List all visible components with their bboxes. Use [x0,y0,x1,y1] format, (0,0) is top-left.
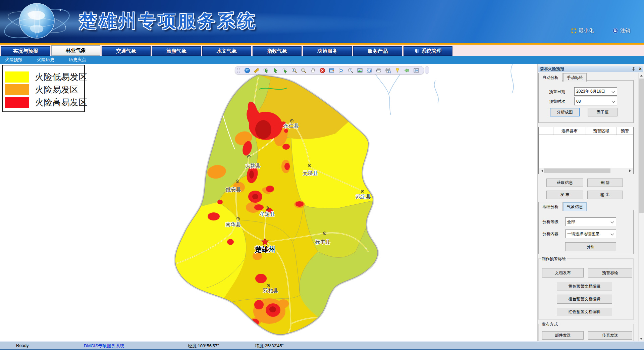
refresh-icon[interactable] [337,67,345,74]
toolbar-grip[interactable] [237,68,240,73]
county-label-元谋县: 元谋县 [303,170,318,176]
warn-plot-button[interactable]: 预警标绘 [588,268,632,278]
tab-系统管理[interactable]: 系统管理 [404,46,452,56]
publish-mode-label: 发布方式 [541,321,559,327]
submenu-item-火险预报[interactable]: 火险预报 [5,57,22,63]
zoom-in-icon[interactable] [290,67,298,74]
status-system-link[interactable]: DMGIS专项服务系统 [84,343,124,349]
table-body[interactable] [539,135,633,168]
logout-label: 注销 [620,28,630,34]
print-preview-icon[interactable] [384,67,392,74]
logout-button[interactable]: 注销 [612,28,630,34]
shield-icon [415,48,420,54]
scroll-right-arrow[interactable] [628,168,633,173]
county-label-姚安县: 姚安县 [226,187,241,192]
panel-vscrollbar[interactable] [638,73,644,341]
scroll-left-arrow[interactable] [539,168,544,173]
stop-icon[interactable] [318,67,326,74]
bulb-icon[interactable] [393,67,401,74]
yellow-doc-button[interactable]: 黄色预警文档编辑 [557,282,612,291]
pin-icon[interactable] [632,67,636,71]
county-label-大姚县: 大姚县 [246,163,261,168]
table-header-select[interactable] [539,127,553,135]
measure-icon[interactable] [253,67,261,74]
analyze-map-button[interactable]: 分析成图 [550,108,580,116]
vscroll-thumb[interactable] [639,79,644,213]
analysis-level-select[interactable]: 全部 [565,217,616,226]
select-circle-icon[interactable] [262,67,270,74]
pan-icon[interactable] [309,67,317,74]
select-arrow-icon[interactable] [271,67,279,74]
table-hscrollbar[interactable] [539,168,633,174]
select-lasso-icon[interactable] [281,67,289,74]
warning-table: 选择县市预警区域预警 [538,127,634,174]
analysis-content-select[interactable]: 一请选择地理图层- [565,230,616,238]
tab-weather-info[interactable]: 气象信息 [563,202,587,211]
warn-time-select[interactable]: 08 [574,97,617,105]
publish-button[interactable]: 发 布 [546,191,583,199]
toolbar-overflow-handle[interactable] [425,66,429,74]
auto-analysis-group: 预警日期 2023年 6月16日 预警时次 08 分析成图 因子值 [538,80,634,123]
table-header-预警区域[interactable]: 预警区域 [586,127,617,135]
scroll-up-arrow[interactable] [639,73,644,78]
globe-logo-icon [3,0,75,43]
table-header-预警[interactable]: 预警 [617,127,633,135]
tab-决策服务[interactable]: 决策服务 [303,46,352,56]
export-button[interactable]: 输 出 [587,191,623,199]
chevron-down-icon [611,232,614,236]
submenu-item-火险历史[interactable]: 火险历史 [37,57,54,63]
scroll-down-arrow[interactable] [639,336,644,341]
table-header-row: 选择县市预警区域预警 [539,127,633,135]
orange-doc-button[interactable]: 橙色预警文档编辑 [557,295,612,304]
analyze-button[interactable]: 分析 [565,242,616,251]
zoom-out-icon[interactable] [300,67,308,74]
minimize-button[interactable]: 最小化 [571,28,594,34]
image-icon[interactable] [356,67,364,74]
submenu-item-历史火点[interactable]: 历史火点 [69,57,86,63]
window-extent-icon[interactable] [328,67,336,74]
warn-date-select[interactable]: 2023年 6月16日 [574,87,617,96]
factor-value-button[interactable]: 因子值 [588,108,618,116]
tab-实况与预报[interactable]: 实况与预报 [1,46,50,56]
analysis-level-value: 全部 [567,219,575,225]
snapshot-icon[interactable] [365,67,373,74]
delete-button[interactable]: 删 除 [587,179,623,187]
red-doc-button[interactable]: 红色预警文档编辑 [557,308,612,316]
tab-林业气象[interactable]: 林业气象 [51,45,100,56]
panel-title: 森林火险预报 [540,66,632,72]
fax-send-button[interactable]: 传真发送 [588,331,632,340]
email-send-button[interactable]: 邮件发送 [542,331,584,340]
capital-label: 楚雄州 [255,246,275,253]
svg-text:?: ? [350,68,351,71]
get-info-button[interactable]: 获取信息 [546,179,583,187]
tab-旅游气象[interactable]: 旅游气象 [152,46,201,56]
tab-指数气象[interactable]: 指数气象 [253,46,302,56]
hscroll-thumb[interactable] [544,168,610,173]
map-toolbar: ? [235,66,424,74]
tab-geo-analysis[interactable]: 地理分析 [538,202,562,211]
app-banner: 楚雄州专项服务系统 最小化 注销 [0,0,644,43]
chevron-down-icon [612,90,615,93]
tab-label: 决策服务 [317,48,337,54]
tab-交通气象[interactable]: 交通气象 [102,46,151,56]
tab-服务产品[interactable]: 服务产品 [353,46,402,56]
application-window: 楚雄州专项服务系统 最小化 注销 实况与预报林业气象交通气象旅游气象水文气象指数… [0,0,644,350]
close-icon[interactable]: × [639,66,642,71]
legend-swatch [5,71,29,83]
warn-time-value: 08 [576,99,581,104]
overview-icon[interactable] [412,67,420,74]
tab-auto-analysis[interactable]: 自动分析 [538,73,562,82]
back-icon[interactable] [403,67,411,74]
forest-fire-panel: 森林火险预报 × 自动分析 手动标绘 预警日期 2023年 6月16日 预警时次 [537,64,644,341]
identify-icon[interactable]: ? [346,67,355,74]
table-header-选择县市[interactable]: 选择县市 [553,127,586,135]
geo-analysis-group: 分析等级 全部 分析内容 一请选择地理图层- 分析 [538,210,634,254]
map-area[interactable]: 永仁县大姚县元谋县姚安县武定县牟定县南华县禄丰县双柏县楚雄州 火险低易发区火险易… [0,64,537,341]
globe-icon[interactable] [243,67,251,74]
print-icon[interactable] [375,67,383,74]
status-ready: Ready [16,343,29,348]
panel-header: 森林火险预报 × [538,66,643,72]
doc-publish-button[interactable]: 文档发布 [542,268,584,278]
tab-manual-plot[interactable]: 手动标绘 [563,73,587,82]
tab-水文气象[interactable]: 水文气象 [202,46,251,56]
